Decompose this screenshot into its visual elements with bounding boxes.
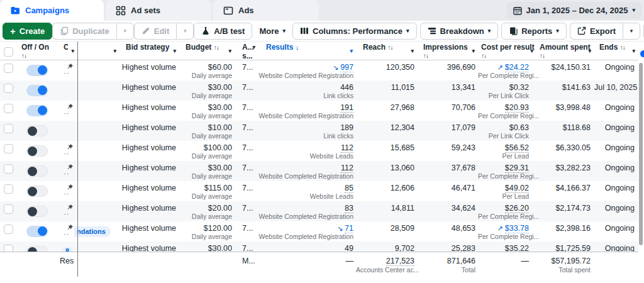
header-budget[interactable]: Budget ↑↓ ▾	[179, 42, 235, 61]
table-row[interactable]: ·· Highest volume $20.00 Daily average 7…	[0, 201, 638, 221]
ends-label: Ends	[599, 43, 618, 52]
row-checkbox[interactable]	[4, 225, 13, 234]
campaign-toggle[interactable]	[26, 65, 48, 76]
results-value[interactable]: 112	[341, 164, 353, 173]
campaign-toggle[interactable]	[26, 206, 48, 217]
table-row[interactable]: ·· Highest volume $30.00 Daily average 7…	[0, 80, 638, 101]
table-row[interactable]: ·· Highest volume $100.00 Daily average …	[0, 141, 638, 161]
impressions-value: 13,341	[417, 83, 475, 92]
results-sub: Website Completed Registration	[258, 112, 353, 119]
row-checkbox[interactable]	[4, 245, 13, 252]
columns-button[interactable]: Columns: Performance ▾	[292, 23, 417, 40]
reports-button[interactable]: Reports ▾	[501, 23, 567, 40]
results-value[interactable]: 49	[345, 244, 353, 252]
results-value[interactable]: 112	[341, 143, 353, 153]
campaign-toggle[interactable]	[26, 145, 48, 157]
header-cost-per-result[interactable]: Cost per result ↑↓ ▾	[478, 42, 536, 61]
date-range-picker[interactable]: Jan 1, 2025 – Dec 24, 2025 ▾	[507, 2, 641, 19]
results-value[interactable]: 191	[340, 103, 353, 113]
vertical-scrollbar[interactable]	[639, 63, 643, 245]
header-impressions[interactable]: Impressions ↑↓ ▾	[417, 42, 478, 61]
table-row[interactable]: ·· ndations Highest volume $120.00 Daily…	[0, 221, 638, 241]
header-ends[interactable]: Ends ↑↓ ▾	[594, 42, 638, 61]
more-button[interactable]: More ▾	[252, 23, 292, 40]
cost-per-result-value[interactable]: $49.02	[505, 184, 529, 193]
actions-toolbar: + Create Duplicate ▾ Edit ▾ A/B test Mor…	[0, 21, 644, 42]
budget-sub: Daily average	[179, 92, 232, 99]
row-checkbox[interactable]	[4, 164, 13, 174]
row-checkbox[interactable]	[4, 104, 13, 113]
table-row[interactable]: ·· Highest volume $30.00 Daily average 7…	[0, 161, 638, 181]
cost-per-result-value[interactable]: $35.22	[505, 244, 529, 252]
totals-reach[interactable]: 217,523	[386, 257, 414, 266]
edit-button[interactable]: Edit	[134, 23, 177, 40]
cost-per-result-value[interactable]: $33.78	[505, 224, 529, 233]
recommendations-badge[interactable]: 8	[62, 247, 72, 252]
ends-value: Ongoing	[594, 244, 635, 252]
header-amount-spent[interactable]: Amount spent ↑↓ ▾	[536, 42, 594, 61]
cost-per-result-value[interactable]: $26.20	[505, 204, 529, 213]
header-reach[interactable]: Reach ↑↓ ▾	[356, 42, 417, 61]
header-campaign-name[interactable]: ▾	[77, 42, 119, 61]
campaign-toggle[interactable]	[26, 165, 48, 177]
header-results[interactable]: Results ↓ ▾	[258, 42, 356, 61]
cost-per-result-value[interactable]: $56.52	[505, 143, 529, 153]
attribution-value: 7...	[242, 63, 258, 72]
campaign-toggle[interactable]	[26, 246, 48, 252]
cost-sub: Per Lead	[478, 152, 529, 160]
ab-test-button[interactable]: A/B test	[194, 23, 252, 40]
campaign-toggle[interactable]	[26, 125, 48, 136]
row-checkbox[interactable]	[4, 84, 13, 93]
table-row[interactable]: ·· 8 Highest volume $30.00 Daily average…	[0, 241, 638, 252]
table-row[interactable]: ·· Highest volume $30.00 Daily average 7…	[0, 101, 638, 121]
results-value[interactable]: 71	[345, 224, 353, 233]
tab-ad-sets[interactable]: Ad sets	[106, 0, 211, 21]
cost-per-result-value[interactable]: $20.93	[505, 103, 529, 113]
trend-icon: ↗	[497, 225, 503, 232]
campaign-toggle[interactable]	[26, 226, 48, 237]
row-checkbox[interactable]	[4, 144, 13, 153]
totals-cost: —	[478, 257, 529, 265]
budget-value: $30.00	[179, 244, 232, 252]
tab-ads[interactable]: Ads	[213, 0, 319, 21]
results-value[interactable]: 83	[345, 204, 353, 213]
budget-label: Budget	[186, 43, 211, 52]
chevron-down-icon: ▾	[71, 48, 74, 54]
row-checkbox[interactable]	[4, 204, 13, 214]
header-campaign-clipped[interactable]: C ▾	[60, 42, 77, 61]
ad-frame-icon	[223, 6, 233, 16]
row-checkbox[interactable]	[4, 64, 13, 73]
chevron-down-icon: ▾	[488, 28, 491, 34]
cost-per-result-value[interactable]: $24.22	[505, 63, 529, 72]
budget-value: $60.00	[179, 63, 232, 72]
results-value[interactable]: 85	[345, 184, 353, 193]
cost-per-result-value[interactable]: $0.63	[509, 123, 529, 132]
results-value[interactable]: 446	[340, 83, 353, 92]
tab-campaigns[interactable]: Campaigns	[0, 0, 104, 21]
recommendations-badge[interactable]: ndations	[74, 226, 111, 237]
row-checkbox[interactable]	[4, 124, 13, 133]
export-button[interactable]: Export	[570, 23, 623, 40]
row-checkbox[interactable]	[4, 184, 13, 194]
cost-per-result-value[interactable]: $0.32	[509, 83, 529, 92]
campaign-toggle[interactable]	[26, 105, 48, 116]
header-off-on[interactable]: Off / On ↑↓	[18, 42, 60, 61]
select-all-checkbox[interactable]	[4, 47, 13, 57]
table-row[interactable]: ·· Highest volume $115.00 Daily average …	[0, 181, 638, 201]
header-select-all[interactable]	[0, 42, 18, 61]
cost-per-result-value[interactable]: $29.31	[505, 164, 529, 173]
results-value[interactable]: 997	[340, 63, 353, 72]
duplicate-dropdown[interactable]: ▾	[116, 23, 134, 40]
campaign-toggle[interactable]	[26, 186, 48, 197]
edit-dropdown[interactable]: ▾	[176, 23, 194, 40]
breakdown-button[interactable]: Breakdown ▾	[420, 23, 499, 40]
header-bid-strategy[interactable]: Bid strategy ▾	[119, 42, 179, 61]
duplicate-button[interactable]: Duplicate	[52, 23, 116, 40]
campaign-toggle[interactable]	[26, 85, 48, 96]
table-row[interactable]: ·· Highest volume $60.00 Daily average 7…	[0, 60, 638, 80]
table-row[interactable]: ·· Highest volume $10.00 Daily average 7…	[0, 121, 638, 141]
results-value[interactable]: 189	[340, 123, 353, 132]
export-dropdown[interactable]: ▾	[623, 23, 640, 40]
create-button[interactable]: + Create	[3, 23, 52, 40]
header-attribution[interactable]: A...▾ s...	[235, 42, 258, 61]
